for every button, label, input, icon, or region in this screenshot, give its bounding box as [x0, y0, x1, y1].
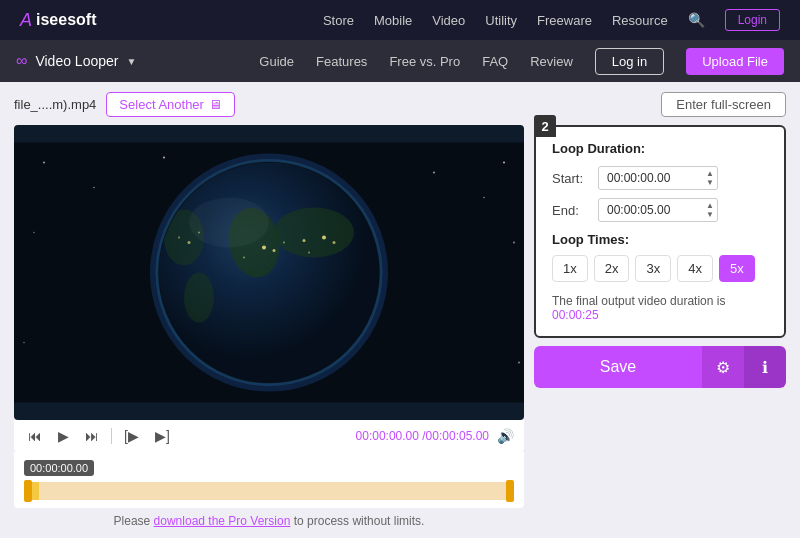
log-in-button[interactable]: Log in — [595, 48, 664, 75]
nav-utility[interactable]: Utility — [485, 13, 517, 28]
nav-store[interactable]: Store — [323, 13, 354, 28]
logo: A iseesoft — [20, 10, 96, 31]
monitor-icon: 🖥 — [209, 97, 222, 112]
video-controls-bar: ⏮ ▶ ⏭ [▶ ▶] 00:00:00.00 /00:00:05.00 🔊 — [14, 420, 524, 452]
loop-times-label: Loop Times: — [552, 232, 768, 247]
nav-faq[interactable]: FAQ — [482, 54, 508, 69]
progress-handle-left[interactable] — [24, 480, 32, 502]
gear-icon: ⚙ — [716, 358, 730, 377]
loop-duration-box: 2 Loop Duration: Start: ▲ ▼ End: — [534, 125, 786, 338]
login-button[interactable]: Login — [725, 9, 780, 31]
loop-time-btn-2x[interactable]: 2x — [594, 255, 630, 282]
loop-time-btn-1x[interactable]: 1x — [552, 255, 588, 282]
end-time-row: End: ▲ ▼ — [552, 198, 768, 222]
pro-version-link[interactable]: download the Pro Version — [154, 514, 291, 528]
upload-file-button[interactable]: Upload File — [686, 48, 784, 75]
save-settings-button[interactable]: ⚙ — [702, 346, 744, 388]
main-content: file_....m).mp4 Select Another 🖥 Enter f… — [0, 82, 800, 538]
file-name: file_....m).mp4 — [14, 97, 96, 112]
nav-guide[interactable]: Guide — [259, 54, 294, 69]
time-display: 00:00:00.00 /00:00:05.00 — [356, 429, 489, 443]
mark-in-button[interactable]: [▶ — [120, 426, 143, 446]
svg-point-3 — [93, 187, 95, 189]
video-container[interactable] — [14, 125, 524, 420]
timeline-area: 00:00:00.00 — [14, 452, 524, 508]
end-time-input-wrap: ▲ ▼ — [598, 198, 718, 222]
nav-freeware[interactable]: Freeware — [537, 13, 592, 28]
svg-point-17 — [262, 246, 266, 250]
nav-mobile[interactable]: Mobile — [374, 13, 412, 28]
start-spin-down[interactable]: ▼ — [706, 179, 714, 187]
svg-point-2 — [43, 162, 45, 164]
end-label: End: — [552, 203, 590, 218]
end-time-input[interactable] — [598, 198, 718, 222]
nav-video[interactable]: Video — [432, 13, 465, 28]
skip-back-button[interactable]: ⏮ — [24, 426, 46, 446]
video-section: ⏮ ▶ ⏭ [▶ ▶] 00:00:00.00 /00:00:05.00 🔊 0… — [14, 125, 524, 528]
start-time-spin: ▲ ▼ — [706, 170, 714, 187]
nav-free-vs-pro[interactable]: Free vs. Pro — [389, 54, 460, 69]
skip-forward-button[interactable]: ⏭ — [81, 426, 103, 446]
end-spin-up[interactable]: ▲ — [706, 202, 714, 210]
end-spin-down[interactable]: ▼ — [706, 211, 714, 219]
svg-point-14 — [274, 208, 354, 258]
loop-times-buttons: 1x2x3x4x5x — [552, 255, 768, 282]
logo-text: iseesoft — [36, 11, 96, 29]
nav-review[interactable]: Review — [530, 54, 573, 69]
output-time: 00:00:25 — [552, 308, 599, 322]
svg-point-19 — [303, 239, 306, 242]
svg-point-7 — [503, 162, 505, 164]
start-label: Start: — [552, 171, 590, 186]
start-spin-up[interactable]: ▲ — [706, 170, 714, 178]
loop-time-btn-5x[interactable]: 5x — [719, 255, 755, 282]
second-nav-links: Guide Features Free vs. Pro FAQ Review L… — [259, 48, 784, 75]
svg-point-6 — [483, 197, 485, 199]
select-another-button[interactable]: Select Another 🖥 — [106, 92, 235, 117]
svg-point-26 — [283, 242, 285, 244]
loop-time-btn-3x[interactable]: 3x — [635, 255, 671, 282]
pro-notice-suffix: to process without limits. — [290, 514, 424, 528]
pro-notice: Please download the Pro Version to proce… — [14, 514, 524, 528]
app-title-area: ∞ Video Looper ▼ — [16, 52, 136, 70]
svg-point-20 — [322, 236, 326, 240]
dropdown-arrow-icon[interactable]: ▼ — [126, 56, 136, 67]
save-info-button[interactable]: ℹ — [744, 346, 786, 388]
svg-point-22 — [188, 241, 191, 244]
search-icon[interactable]: 🔍 — [688, 12, 705, 28]
pro-notice-text: Please — [114, 514, 154, 528]
start-time-input-wrap: ▲ ▼ — [598, 166, 718, 190]
svg-point-25 — [243, 257, 245, 259]
play-button[interactable]: ▶ — [54, 426, 73, 446]
svg-point-27 — [308, 252, 310, 254]
loop-duration-label: Loop Duration: — [552, 141, 768, 156]
mark-out-button[interactable]: ▶] — [151, 426, 174, 446]
nav-features[interactable]: Features — [316, 54, 367, 69]
save-button[interactable]: Save — [534, 346, 702, 388]
svg-point-8 — [33, 232, 35, 234]
progress-track[interactable] — [24, 482, 514, 500]
svg-point-28 — [189, 198, 269, 248]
svg-point-5 — [433, 172, 435, 174]
start-time-input[interactable] — [598, 166, 718, 190]
svg-point-21 — [333, 241, 336, 244]
svg-point-9 — [513, 242, 515, 244]
svg-point-16 — [184, 273, 214, 323]
svg-point-4 — [163, 157, 165, 159]
file-bar-left: file_....m).mp4 Select Another 🖥 — [14, 92, 235, 117]
progress-handle-right[interactable] — [506, 480, 514, 502]
logo-a-letter: A — [20, 10, 32, 31]
second-nav: ∞ Video Looper ▼ Guide Features Free vs.… — [0, 40, 800, 82]
select-another-label: Select Another — [119, 97, 204, 112]
svg-point-23 — [178, 237, 180, 239]
earth-visual — [14, 125, 524, 420]
video-panel-row: ⏮ ▶ ⏭ [▶ ▶] 00:00:00.00 /00:00:05.00 🔊 0… — [14, 125, 786, 528]
volume-icon[interactable]: 🔊 — [497, 428, 514, 444]
file-bar: file_....m).mp4 Select Another 🖥 Enter f… — [14, 92, 786, 117]
top-nav: A iseesoft Store Mobile Video Utility Fr… — [0, 0, 800, 40]
output-notice: The final output video duration is 00:00… — [552, 294, 768, 322]
nav-resource[interactable]: Resource — [612, 13, 668, 28]
loop-icon: ∞ — [16, 52, 27, 70]
fullscreen-button[interactable]: Enter full-screen — [661, 92, 786, 117]
output-notice-text: The final output video duration is — [552, 294, 725, 308]
loop-time-btn-4x[interactable]: 4x — [677, 255, 713, 282]
